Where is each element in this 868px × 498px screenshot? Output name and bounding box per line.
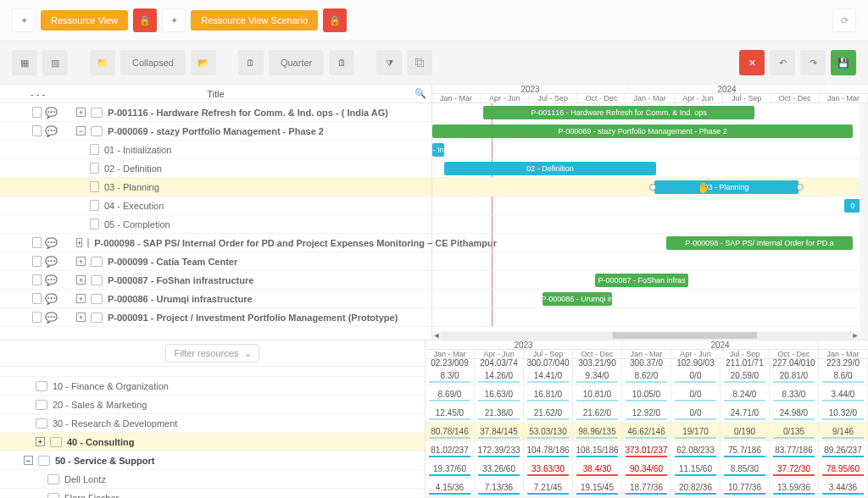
gantt-bar[interactable]: P-001116 - Hardware Refresh for Comm. & … [483,106,754,119]
folder-open-icon[interactable]: 📂 [191,50,216,75]
resource-row[interactable]: 10 - Finance & Organization [0,377,425,396]
save-button[interactable]: 💾 [831,50,856,75]
grid-cell: 20.81/0 [770,367,819,385]
collapsed-button[interactable]: Collapsed [120,50,186,75]
detail-view-icon[interactable]: ▦ [12,50,37,75]
project-tree: 💬+P-001116 - Hardware Refresh for Comm. … [0,103,431,327]
scenario-icon[interactable]: ✦ [162,8,186,32]
resource-label: 40 - Consulting [67,437,134,447]
gantt-bar[interactable]: P-000086 - Urumqi in [542,292,612,306]
resource-row[interactable]: 20 - Sales & Marketing [0,396,425,414]
expand-toggle[interactable]: + [76,275,86,285]
gantt-bar[interactable]: P-000069 - stazy Portfolio Management - … [432,125,853,138]
scrollbar-thumb[interactable] [613,332,756,339]
year-label: 2024 [622,340,819,349]
folder-icon [91,313,103,323]
resource-row[interactable]: +40 - Consulting [0,433,425,451]
tree-row[interactable]: 04 - Execution [0,196,431,215]
gantt-bar[interactable]: - In [432,143,444,157]
gantt-row[interactable]: 0 [432,196,868,215]
quarter-header: Jan - MarApr - JunJul - SepOct - DecJan … [432,94,868,103]
lock-icon-2[interactable]: 🔒 [323,8,347,32]
milestone-icon[interactable] [649,184,656,191]
gantt-row[interactable] [432,308,868,327]
gantt-row[interactable]: 03 - Planning✋ [432,178,868,196]
quarter-label: Oct - Dec [573,350,622,358]
folder-icon[interactable]: 📁 [90,50,115,75]
chart-view-icon[interactable]: ▥ [42,50,68,75]
grid-cell: 98.96/135 [573,423,622,440]
expand-toggle[interactable]: − [24,456,33,465]
grid-cell: 20.59/0 [721,367,770,385]
dashes-label: - - - [31,89,45,99]
grid-cell: 33.26/60 [475,460,524,478]
expand-toggle[interactable]: + [76,238,82,247]
grid-cell: 4.15/36 [426,479,475,496]
undo-icon[interactable]: ↶ [770,50,795,75]
gantt-bar[interactable]: 03 - Planning [654,180,798,194]
quarter-label: Jul - Sep [721,350,770,358]
tree-row[interactable]: 02 - Definition [0,159,431,178]
gantt-row[interactable]: P-000069 - stazy Portfolio Management - … [432,122,868,141]
tree-row[interactable]: 05 - Completion [0,215,431,234]
grid-cell: 8.6/0 [819,367,868,385]
calendar-icon[interactable]: 🗓 [238,50,264,75]
grid-cell: 0/0 [671,367,721,385]
refresh-icon[interactable]: ⟳ [832,8,856,32]
expand-toggle[interactable]: + [76,313,86,322]
resource-rows: 10 - Finance & Organization20 - Sales & … [0,367,425,498]
gantt-row[interactable]: P-000098 - SAP PS/ Internal Order for PD… [432,234,868,252]
gantt-row[interactable]: - In [432,141,868,159]
calendar-icon-2[interactable]: 🗓 [329,50,354,75]
copy-icon[interactable]: ⿻ [407,50,432,75]
expand-toggle[interactable]: + [76,108,86,117]
gantt-row[interactable]: 02 - Definition [432,159,868,178]
tree-row[interactable]: 💬+P-000098 - SAP PS/ Internal Order for … [0,234,431,252]
search-icon[interactable]: 🔍 [415,88,426,99]
gantt-row[interactable]: P-000086 - Urumqi in [432,290,868,308]
resource-row[interactable]: Dell Lontz [0,470,425,489]
lock-icon[interactable]: 🔒 [133,8,157,32]
grid-cell: 37.72/30 [770,460,819,478]
horizontal-scrollbar[interactable]: ◄ ► [432,331,860,340]
tree-row[interactable]: 💬+P-000086 - Urumqi infrastructure [0,290,431,308]
comment-icon: 💬 [45,237,58,249]
tree-row[interactable]: 💬+P-000099 - Catia Team Center [0,252,431,271]
vertical-scrollbar[interactable] [860,103,868,340]
redo-icon[interactable]: ↷ [800,50,826,75]
resource-view-button[interactable]: Ressource View [41,10,128,30]
tree-row[interactable]: 💬−P-000069 - stazy Portfolio Management … [0,122,431,141]
gantt-bar[interactable]: P-000087 - FoShan infras [595,274,688,287]
gantt-bar[interactable]: 0 [844,199,861,213]
tree-row[interactable]: 💬+P-000091 - Project / Investment Portfo… [0,308,431,327]
chevron-down-icon[interactable]: ⌄ [244,348,252,359]
scroll-right-arrow[interactable]: ► [851,331,860,340]
project-tree-pane: - - - Title 🔍 💬+P-001116 - Hardware Refr… [0,85,432,340]
gantt-row[interactable] [432,252,868,271]
filter-resources-input[interactable]: Filter resources ⌄ [165,344,260,362]
scroll-left-arrow[interactable]: ◄ [432,331,441,340]
gantt-row[interactable]: P-001116 - Hardware Refresh for Comm. & … [432,103,868,122]
gantt-bar[interactable]: 02 - Definition [444,162,656,175]
resource-row[interactable]: −50 - Service & Support [0,451,425,470]
expand-toggle[interactable]: + [76,294,86,303]
doc-icon [32,256,42,267]
tree-row[interactable]: 03 - Planning [0,178,431,196]
expand-toggle[interactable]: + [36,437,45,446]
tree-row[interactable]: 💬+P-000087 - FoShan infrastructure [0,271,431,290]
tree-row[interactable]: 💬+P-001116 - Hardware Refresh for Comm. … [0,103,431,122]
back-icon[interactable]: ✦ [12,8,36,32]
resource-row[interactable]: Flora Fischer [0,489,425,498]
resource-row[interactable]: 30 - Research & Development [0,414,425,433]
gantt-row[interactable]: P-000087 - FoShan infras [432,271,868,290]
filter-icon[interactable]: ⧩ [376,50,402,75]
gantt-row[interactable] [432,215,868,234]
resource-view-scenario-button[interactable]: Ressource View Scenario [191,10,318,30]
expand-toggle[interactable]: − [76,126,86,136]
quarter-button[interactable]: Quarter [269,50,324,75]
milestone-icon[interactable] [797,184,804,191]
expand-toggle[interactable]: + [76,257,86,266]
close-button[interactable]: ✕ [739,50,765,75]
gantt-bar[interactable]: P-000098 - SAP PS/ Internal Order for PD… [666,236,853,250]
tree-row[interactable]: 01 - Initialization [0,141,431,159]
